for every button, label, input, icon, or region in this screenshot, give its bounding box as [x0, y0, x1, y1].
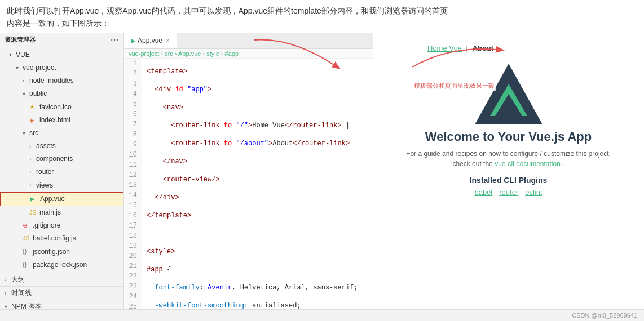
outline-arrow	[5, 275, 11, 284]
sidebar-section-vue: VUE vue-project node_modules public ★ fa…	[0, 47, 123, 273]
breadcrumb: vue-project › src › App.vue › style › #a…	[124, 49, 373, 59]
sidebar-item-label: assets	[36, 141, 56, 151]
sidebar-item-label: views	[36, 180, 53, 191]
sidebar-item-label: vue-project	[23, 63, 56, 73]
sidebar-item-components[interactable]: components	[0, 153, 123, 166]
sidebar-item-node-modules[interactable]: node_modules	[0, 74, 123, 87]
sidebar-dots[interactable]: ···	[111, 35, 119, 44]
code-content: <template> <div id="app"> <nav> <router-…	[142, 59, 373, 309]
git-icon: ⊕	[23, 221, 30, 231]
sidebar-npm[interactable]: NPM 脚本	[0, 300, 123, 309]
top-text: 此时我们可以打开App.vue，观察App.vue的代码，其中可以发现，App.…	[0, 0, 644, 33]
sidebar-item-label: jsconfig.json	[33, 247, 70, 257]
vue-logo	[475, 63, 542, 125]
home-vue-link[interactable]: Home Vue	[427, 44, 462, 52]
sidebar-item-babel[interactable]: JS babel.config.js	[0, 232, 123, 245]
sidebar-item-label: package-lock.json	[33, 260, 87, 270]
tab-close-button[interactable]: ×	[166, 37, 170, 44]
public-arrow	[23, 90, 29, 99]
sidebar-outline-label: 大纲	[11, 274, 25, 285]
csdn-watermark: CSDN @m0_52969641	[572, 312, 637, 319]
sidebar-item-label: src	[29, 128, 38, 139]
installed-title: Installed CLI Plugins	[470, 176, 548, 185]
line-numbers: 12345 678910 1112131415 1617181920 21222…	[124, 59, 142, 309]
sidebar-item-router[interactable]: router	[0, 166, 123, 179]
sidebar-item-label: components	[36, 154, 73, 164]
editor-area: ▶ App.vue × vue-project › src › App.vue …	[124, 33, 373, 309]
sidebar-item-package-lock[interactable]: {} package-lock.json	[0, 258, 123, 271]
welcome-title: Welcome to Your Vue.js App	[425, 130, 592, 144]
editor-tabs: ▶ App.vue ×	[124, 33, 373, 49]
tab-vue-icon: ▶	[131, 37, 135, 44]
browser-preview: Home Vue | About	[418, 39, 564, 57]
node-modules-arrow	[23, 77, 29, 86]
nav-separator: |	[466, 44, 468, 52]
sidebar-item-views[interactable]: views	[0, 179, 123, 192]
sidebar-section-label: VUE	[0, 48, 123, 61]
sidebar-item-label: public	[29, 88, 47, 99]
npm-arrow	[5, 302, 11, 309]
babel-plugin-link[interactable]: babel	[474, 188, 492, 197]
json-icon: {}	[23, 247, 30, 257]
assets-arrow	[29, 142, 36, 151]
welcome-desc-line2: check out the	[452, 160, 492, 168]
tab-label: App.vue	[138, 37, 162, 44]
sidebar-item-assets[interactable]: assets	[0, 140, 123, 153]
vue-project-arrow	[16, 64, 23, 73]
sidebar-npm-label: NPM 脚本	[11, 301, 42, 309]
vue-arrow	[9, 50, 16, 59]
plugin-links: babel router eslint	[474, 188, 542, 197]
sidebar-section-outline: 大纲	[0, 273, 123, 286]
sidebar-item-favicon[interactable]: ★ favicon.ico	[0, 101, 123, 114]
sidebar-vue-label: VUE	[16, 50, 30, 60]
sidebar-section-npm: NPM 脚本 { } vue-project\package.json ⚙ se…	[0, 300, 123, 309]
sidebar-timeline-label: 时间线	[11, 288, 32, 298]
sidebar-item-vue-project[interactable]: vue-project	[0, 61, 123, 74]
json-icon: {}	[23, 260, 30, 270]
src-arrow	[23, 129, 29, 138]
code-editor[interactable]: 12345 678910 1112131415 1617181920 21222…	[124, 59, 373, 309]
sidebar-item-label: main.js	[39, 207, 61, 218]
top-line1: 此时我们可以打开App.vue，观察App.vue的代码，其中可以发现，App.…	[7, 5, 637, 17]
views-arrow	[29, 181, 36, 190]
router-arrow	[29, 168, 36, 177]
sidebar-section-timeline: 时间线	[0, 286, 123, 300]
sidebar-item-label: favicon.ico	[39, 102, 72, 113]
sidebar-item-gitignore[interactable]: ⊕ .gitignore	[0, 219, 123, 232]
timeline-arrow	[5, 289, 11, 298]
sidebar: 资源管理器 ··· VUE vue-project node_modules p…	[0, 33, 124, 309]
sidebar-item-index-html[interactable]: ◈ index.html	[0, 114, 123, 127]
sidebar-header: 资源管理器 ···	[0, 33, 123, 47]
sidebar-item-public[interactable]: public	[0, 87, 123, 100]
sidebar-item-label: node_modules	[29, 75, 74, 86]
welcome-desc-line1: For a guide and recipes on how to config…	[406, 150, 611, 158]
sidebar-item-label: .gitignore	[33, 220, 60, 231]
star-icon: ★	[29, 102, 37, 112]
js-icon: JS	[23, 234, 30, 244]
breadcrumb-text: vue-project › src › App.vue › style › #a…	[129, 50, 239, 57]
welcome-desc: For a guide and recipes on how to config…	[406, 149, 611, 169]
html-icon: ◈	[29, 115, 37, 126]
top-line2: 内容是一致的，如下图所示：	[7, 17, 637, 29]
eslint-plugin-link[interactable]: eslint	[525, 188, 542, 197]
sidebar-item-jsconfig[interactable]: {} jsconfig.json	[0, 246, 123, 258]
sidebar-item-label: index.html	[39, 115, 70, 126]
sidebar-item-main-js[interactable]: JS main.js	[0, 206, 123, 219]
router-plugin-link[interactable]: router	[499, 188, 518, 197]
sidebar-item-label: router	[36, 167, 54, 177]
sidebar-outline[interactable]: 大纲	[0, 273, 123, 286]
sidebar-title: 资源管理器	[5, 35, 36, 44]
sidebar-timeline[interactable]: 时间线	[0, 287, 123, 300]
welcome-desc-end: .	[562, 160, 564, 168]
about-link: About	[473, 44, 494, 52]
sidebar-item-label: App.vue	[40, 194, 65, 204]
js-icon: JS	[29, 208, 37, 218]
bottom-bar: CSDN @m0_52969641	[0, 309, 644, 321]
right-panel: Home Vue | About Welcome to Your Vue.js …	[373, 33, 644, 309]
sidebar-item-app-vue[interactable]: ▶ App.vue	[0, 192, 123, 206]
vue-icon: ▶	[30, 194, 38, 204]
vue-cli-docs-link[interactable]: vue-cli documentation	[495, 160, 561, 168]
sidebar-item-label: babel.config.js	[33, 233, 76, 244]
sidebar-item-src[interactable]: src	[0, 127, 123, 140]
editor-tab-app-vue[interactable]: ▶ App.vue ×	[124, 33, 177, 48]
